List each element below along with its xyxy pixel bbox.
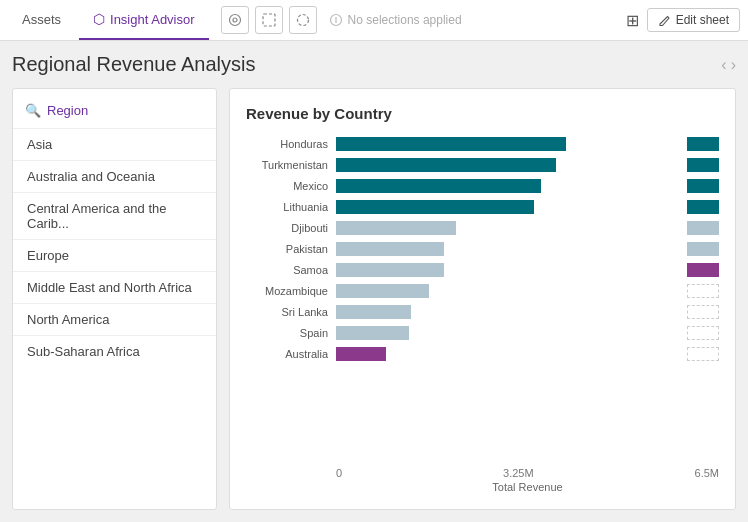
bar-track-0 [336, 136, 687, 152]
bar-row-6: Samoa [246, 262, 719, 278]
bar-label-8: Sri Lanka [246, 306, 336, 318]
chart-area: Revenue by Country HondurasTurkmenistanM… [229, 88, 736, 510]
bar-label-5: Pakistan [246, 243, 336, 255]
tab-insight-advisor[interactable]: ⬡ Insight Advisor [79, 0, 209, 40]
bar-track-6 [336, 262, 687, 278]
sidebar-search: 🔍 Region [13, 99, 216, 129]
bar-track-7 [336, 283, 687, 299]
bar-fill-9 [336, 326, 409, 340]
sidebar-field-label: Region [47, 103, 88, 118]
bar-label-3: Lithuania [246, 201, 336, 213]
bar-fill-3 [336, 200, 534, 214]
select-tool-btn[interactable] [221, 6, 249, 34]
main-area: Regional Revenue Analysis ‹ › 🔍 Region A… [0, 41, 748, 522]
bar-track-10 [336, 346, 687, 362]
mini-bar-9 [687, 326, 719, 340]
topbar-right: ⊞ Edit sheet [626, 8, 740, 32]
chart-body: HondurasTurkmenistanMexicoLithuaniaDjibo… [246, 136, 719, 493]
bar-label-2: Mexico [246, 180, 336, 192]
topbar: Assets ⬡ Insight Advisor No selectio [0, 0, 748, 41]
bar-fill-6 [336, 263, 444, 277]
nav-forward-arrow[interactable]: › [731, 56, 736, 74]
mini-bar-10 [687, 347, 719, 361]
bar-track-2 [336, 178, 687, 194]
bar-fill-5 [336, 242, 444, 256]
mini-bar-4 [687, 221, 719, 235]
bar-label-7: Mozambique [246, 285, 336, 297]
bar-track-9 [336, 325, 687, 341]
bar-row-7: Mozambique [246, 283, 719, 299]
nav-back-arrow[interactable]: ‹ [721, 56, 726, 74]
bar-fill-0 [336, 137, 566, 151]
bar-label-9: Spain [246, 327, 336, 339]
bar-row-2: Mexico [246, 178, 719, 194]
bar-row-8: Sri Lanka [246, 304, 719, 320]
bar-label-4: Djibouti [246, 222, 336, 234]
svg-point-0 [229, 15, 240, 26]
svg-point-1 [233, 18, 237, 22]
toolbar-tools [221, 6, 317, 34]
bar-row-10: Australia [246, 346, 719, 362]
chart-x-axis: 0 3.25M 6.5M [246, 467, 719, 479]
edit-sheet-label: Edit sheet [676, 13, 729, 27]
sidebar-item-1[interactable]: Australia and Oceania [13, 161, 216, 193]
bar-row-0: Honduras [246, 136, 719, 152]
content-row: 🔍 Region Asia Australia and Oceania Cent… [12, 88, 736, 510]
sidebar-item-2[interactable]: Central America and the Carib... [13, 193, 216, 240]
no-selection-indicator: No selections applied [329, 13, 462, 27]
chart-x-title: Total Revenue [246, 481, 719, 493]
sidebar-item-3[interactable]: Europe [13, 240, 216, 272]
grid-icon[interactable]: ⊞ [626, 11, 639, 30]
sidebar-item-0[interactable]: Asia [13, 129, 216, 161]
bar-fill-2 [336, 179, 541, 193]
bar-fill-1 [336, 158, 556, 172]
bar-track-3 [336, 199, 687, 215]
bar-fill-7 [336, 284, 429, 298]
sidebar: 🔍 Region Asia Australia and Oceania Cent… [12, 88, 217, 510]
svg-point-3 [297, 15, 308, 26]
sidebar-item-5[interactable]: North America [13, 304, 216, 336]
insight-icon: ⬡ [93, 11, 105, 27]
bar-track-5 [336, 241, 687, 257]
sidebar-item-6[interactable]: Sub-Saharan Africa [13, 336, 216, 367]
lasso-tool-btn[interactable] [289, 6, 317, 34]
marquee-tool-btn[interactable] [255, 6, 283, 34]
bar-label-1: Turkmenistan [246, 159, 336, 171]
mini-bar-0 [687, 137, 719, 151]
search-icon: 🔍 [25, 103, 41, 118]
bar-fill-10 [336, 347, 386, 361]
bar-fill-4 [336, 221, 456, 235]
bar-row-1: Turkmenistan [246, 157, 719, 173]
page-title: Regional Revenue Analysis [12, 53, 256, 76]
bar-row-9: Spain [246, 325, 719, 341]
sidebar-item-4[interactable]: Middle East and North Africa [13, 272, 216, 304]
mini-bar-6 [687, 263, 719, 277]
insight-advisor-label: Insight Advisor [110, 12, 195, 27]
mini-bar-8 [687, 305, 719, 319]
bar-track-8 [336, 304, 687, 320]
chart-title: Revenue by Country [246, 105, 719, 122]
mini-bar-3 [687, 200, 719, 214]
bar-label-10: Australia [246, 348, 336, 360]
mini-bar-5 [687, 242, 719, 256]
no-selection-text: No selections applied [348, 13, 462, 27]
tab-assets[interactable]: Assets [8, 0, 75, 40]
bar-fill-8 [336, 305, 411, 319]
nav-arrows: ‹ › [721, 56, 736, 74]
svg-rect-2 [263, 14, 275, 26]
bar-label-0: Honduras [246, 138, 336, 150]
bar-label-6: Samoa [246, 264, 336, 276]
mini-bar-1 [687, 158, 719, 172]
bar-row-5: Pakistan [246, 241, 719, 257]
sidebar-items-list: Asia Australia and Oceania Central Ameri… [13, 129, 216, 499]
bar-chart: HondurasTurkmenistanMexicoLithuaniaDjibo… [246, 136, 719, 461]
bar-row-4: Djibouti [246, 220, 719, 236]
assets-label: Assets [22, 12, 61, 27]
page-title-row: Regional Revenue Analysis ‹ › [12, 53, 736, 76]
bar-track-4 [336, 220, 687, 236]
edit-sheet-button[interactable]: Edit sheet [647, 8, 740, 32]
bar-track-1 [336, 157, 687, 173]
mini-bar-2 [687, 179, 719, 193]
mini-bar-7 [687, 284, 719, 298]
bar-row-3: Lithuania [246, 199, 719, 215]
